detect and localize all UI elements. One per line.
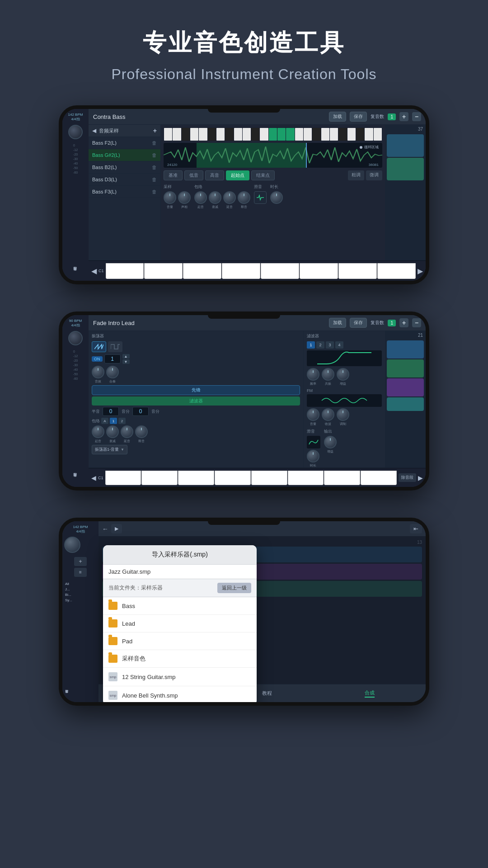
saw-wave-btn[interactable] xyxy=(92,341,106,352)
dialog-file-list: Bass Lead Pad xyxy=(103,597,257,702)
release-knob[interactable]: 释音 xyxy=(238,191,250,209)
trash-icon-2[interactable]: 🗑 xyxy=(152,165,157,170)
fine-tune-btn[interactable]: 微调 xyxy=(366,170,382,180)
sample-item-0[interactable]: Bass F2(L) 🗑 xyxy=(89,137,160,149)
trash-icon-4[interactable]: 🗑 xyxy=(152,189,157,194)
polyphony-decrease-btn-2[interactable]: − xyxy=(412,318,421,327)
piano-nav-left-1[interactable]: ◀ xyxy=(91,267,97,275)
track-list-sidebar: All J... Bi... Sy... xyxy=(64,582,97,602)
folder-lead[interactable]: Lead xyxy=(103,615,257,632)
note-label-1: C1 xyxy=(99,269,104,273)
osc-up-btn[interactable]: ▲ xyxy=(122,354,130,359)
merge-knob[interactable]: 合奏 xyxy=(106,366,119,384)
folder-bass[interactable]: Bass xyxy=(103,597,257,615)
file-alone-bell[interactable]: smp Alone Bell Synth.smp xyxy=(103,686,257,702)
trash-icon-1[interactable]: 🗑 xyxy=(152,152,157,158)
on-badge[interactable]: ON xyxy=(92,356,103,362)
file-12-string[interactable]: smp 12 String Guitar.smp xyxy=(103,668,257,686)
polyphony-decrease-btn[interactable]: − xyxy=(412,112,421,121)
track-block-s2-3 xyxy=(387,378,424,396)
fb-nav-back[interactable]: ← xyxy=(102,525,108,533)
polyphony-increase-btn-2[interactable]: + xyxy=(399,318,408,327)
load-btn-2[interactable]: 加载 xyxy=(329,318,346,328)
remove-segment-btn[interactable]: 除音段 xyxy=(399,473,416,482)
routing-select-1[interactable]: 振荡器1-音量 ▼ xyxy=(92,445,127,454)
sample-item-3[interactable]: Bass D3(L) 🗑 xyxy=(89,174,160,186)
piano-roll[interactable] xyxy=(164,127,382,141)
sample-item-1[interactable]: Bass G#2(L) 🗑 xyxy=(89,149,160,161)
tutorial-btn[interactable]: 教程 xyxy=(262,690,272,697)
tab-base[interactable]: 基准 xyxy=(164,170,183,180)
add-track-btn[interactable]: + xyxy=(74,557,87,566)
filter-tab-1[interactable]: 1 xyxy=(307,341,315,349)
track-area-2: 21 xyxy=(385,331,426,468)
piano-nav-left-2[interactable]: ◀ xyxy=(91,474,96,481)
sample-list-header: ◀ 音频采样 + xyxy=(89,125,160,137)
tab-end[interactable]: 结束点 xyxy=(251,170,275,180)
sampler-main: Contra Bass 加载 保存 复音数 1 + − ◀ 音频采样 + xyxy=(89,109,426,281)
mix-btn[interactable]: 合成 xyxy=(365,689,375,698)
tab-bass[interactable]: 低音 xyxy=(184,170,203,180)
fb-main: ← ▶ ⇤ 13 导入采样乐器(.smp) xyxy=(99,521,426,702)
save-btn-1[interactable]: 保存 xyxy=(350,112,367,122)
release-knob-2[interactable]: 释音 xyxy=(135,425,148,443)
dialog-input[interactable]: Jazz Guitar.smp xyxy=(103,565,257,579)
volume-knob[interactable]: 音量 xyxy=(164,191,176,209)
piano-keys-1[interactable] xyxy=(106,263,416,279)
trash-icon-0[interactable]: 🗑 xyxy=(152,140,157,146)
dialog-title: 导入采样乐器(.smp) xyxy=(103,545,257,565)
filter-btn[interactable]: 滤波器 xyxy=(92,396,300,406)
sample-item-4[interactable]: Bass F3(L) 🗑 xyxy=(89,186,160,198)
glide-toggle[interactable] xyxy=(254,191,267,204)
master-knob-2[interactable] xyxy=(68,331,83,345)
filter-shape-display xyxy=(307,350,382,366)
piano-keyboard-1: ◀ C1 ▶ xyxy=(89,260,426,281)
tab-start[interactable]: 起始点 xyxy=(226,170,249,180)
osc-down-btn[interactable]: ▼ xyxy=(122,359,130,364)
filter-tab-4[interactable]: 4 xyxy=(335,341,343,349)
coarse-tune-btn[interactable]: 粗调 xyxy=(348,170,364,180)
add-sample-btn[interactable]: + xyxy=(153,127,157,134)
pan-knob[interactable]: 声相 xyxy=(178,191,191,209)
square-wave-btn[interactable] xyxy=(108,341,122,352)
volume-knob-2[interactable]: 音效 xyxy=(92,366,104,384)
folder-pad[interactable]: Pad xyxy=(103,632,257,650)
back-btn[interactable]: 返回上一级 xyxy=(217,583,251,593)
attack-knob[interactable]: 起音 xyxy=(194,191,207,209)
piano-nav-right-1[interactable]: ▶ xyxy=(418,267,423,275)
sample-item-2[interactable]: Bass B2(L) 🗑 xyxy=(89,161,160,174)
polyphony-increase-btn[interactable]: + xyxy=(399,112,408,121)
fb-nav-right[interactable]: ⇤ xyxy=(410,524,422,533)
play-btn[interactable]: ▶ xyxy=(111,524,122,533)
phone-mockup-3: 142 BPM 4/4拍 + ≡ All J... Bi... Sy... 导出 xyxy=(59,518,429,706)
reso-knob[interactable]: 共振 xyxy=(322,368,334,386)
folder-sampled[interactable]: 采样音色 xyxy=(103,650,257,668)
filter-tab-3[interactable]: 3 xyxy=(326,341,334,349)
freq-knob[interactable]: 频率 xyxy=(307,368,319,386)
fm-vol-knob[interactable]: 音量 xyxy=(307,408,319,426)
duration-knob[interactable] xyxy=(270,191,283,204)
load-btn-1[interactable]: 加载 xyxy=(329,112,346,122)
save-btn-2[interactable]: 保存 xyxy=(350,318,367,328)
filter-tab-2[interactable]: 2 xyxy=(316,341,324,349)
trash-icon-3[interactable]: 🗑 xyxy=(152,177,157,182)
lead-btn[interactable]: 先锋 xyxy=(92,385,300,395)
decay-knob[interactable]: 衰减 xyxy=(209,191,221,209)
sustain-knob[interactable]: 延音 xyxy=(223,191,236,209)
fm-tune-knob[interactable]: 调制 xyxy=(337,408,349,426)
output-gain-knob[interactable]: 增益 xyxy=(324,436,337,454)
decay-knob-2[interactable]: 衰减 xyxy=(106,425,119,443)
tab-treble[interactable]: 高音 xyxy=(205,170,224,180)
fm-wave-knob[interactable]: 收波 xyxy=(322,408,334,426)
env-knobs: 起音 衰减 延音 释音 xyxy=(92,425,300,443)
track-btn-2[interactable]: ≡ xyxy=(74,568,87,577)
master-knob-1[interactable] xyxy=(68,125,83,139)
sustain-knob-2[interactable]: 延音 xyxy=(121,425,133,443)
duration-knob-2[interactable]: 时长 xyxy=(307,450,319,468)
track-number-2: 21 xyxy=(385,331,426,340)
attack-knob-2[interactable]: 起音 xyxy=(92,425,104,443)
gain-knob[interactable]: 增益 xyxy=(337,368,349,386)
master-knob-3[interactable] xyxy=(64,537,80,553)
piano-keys-2[interactable] xyxy=(105,471,397,485)
piano-nav-right-2[interactable]: ▶ xyxy=(418,474,423,481)
